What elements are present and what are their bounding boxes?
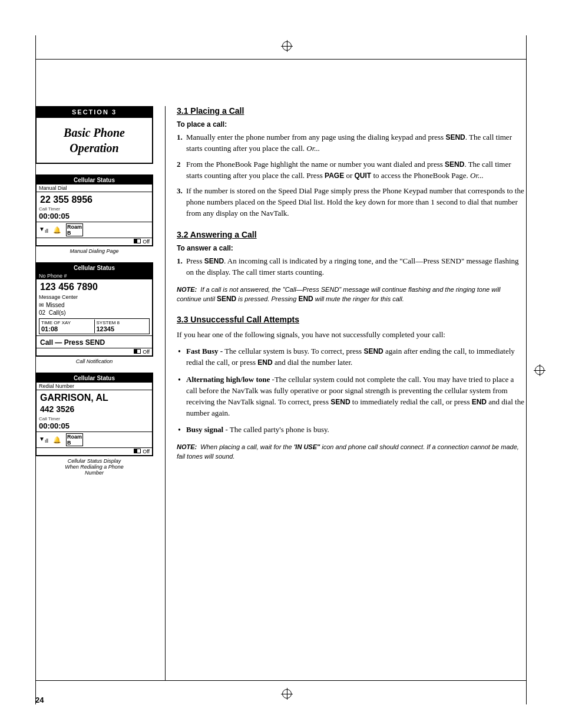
section-31-steps: 1. Manually enter the phone number from … [177,132,527,219]
manual-dial-header: Cellular Status [37,176,152,185]
section-33-intro: If you hear one of the following signals… [177,329,527,341]
bell-icon: 🔔 [53,226,61,234]
battery-icon-3 [134,449,141,453]
page-number: 24 [35,696,44,704]
missed-label: Missed [46,302,65,308]
redial-timer-label: Call Timer [37,416,152,421]
redial-sub-header: Redial Number [37,383,152,390]
redial-location: GARRISON, AL [37,390,152,404]
step-text-2-1: Press SEND. An incoming call is indicate… [186,256,519,276]
top-border [35,59,527,60]
call-notif-message-center: Message Center [37,294,152,301]
bell-icon-2: 🔔 [53,436,61,444]
call-notif-header: Cellular Status [37,263,152,272]
envelope-icon: ✉ [39,302,44,308]
step-1-3: 3. If the number is stored on the Speed … [177,186,527,219]
bullet-2: Alternating high/low tone -The cellular … [177,374,527,419]
step-num-1: 1. [177,132,183,143]
section-title-box: Basic Phone Operation [35,118,153,164]
step-num-2: 2 [177,159,181,170]
step-num-2-1: 1. [177,256,183,267]
off-label-2: Off [143,349,150,355]
redial-status-row: ▼ıll 🔔 RoamB [37,431,152,447]
section-32-note: NOTE: If a call is not answered, the "Ca… [177,285,527,304]
call-notif-missed-row: ✉ Missed [37,301,152,309]
time-label-cell: TIME OF XAY 01:08 [39,319,95,333]
call-press-label: Call — Press SEND [37,335,152,348]
step-text-3: If the number is stored on the Speed Dia… [186,186,524,218]
section-32-sub-heading: To answer a call: [177,244,527,252]
battery-icon-1 [134,239,141,243]
step-1-1: 1. Manually enter the phone number from … [177,132,527,154]
call-notif-off-row: Off [37,348,152,355]
note-label-2: NOTE: [177,443,197,450]
note-label-1: NOTE: [177,286,197,293]
call-notif-highlight: No Phone # [37,272,152,279]
time-value: 01:08 [41,325,92,332]
section-33-bullets: Fast Busy - The cellular system is busy.… [177,346,527,436]
call-notification-caption: Call Notification [35,358,153,364]
bullet-term-1: Fast Busy - [186,347,223,355]
section-32-heading: 3.2 Answering a Call [177,230,527,239]
bullet-term-3: Busy signal [186,425,223,434]
redial-caption-2: When Redialing a Phone [65,464,124,470]
section-32-steps: 1. Press SEND. An incoming call is indic… [177,256,527,278]
off-label-3: Off [143,449,150,454]
call-notif-time-row: TIME OF XAY 01:08 SYSTEM 8 12345 [39,318,150,334]
manual-dial-timer-value: 00:00:05 [37,212,152,222]
section-header: SECTION 3 [35,106,153,118]
section-33: 3.3 Unsuccessful Call Attempts If you he… [177,315,527,461]
redial-caption: Cellular Status Display When Redialing a… [35,458,153,476]
step-num-3: 3. [177,186,183,197]
signal-icon: ▼ıll [39,226,48,234]
system-label-cell: SYSTEM 8 12345 [95,319,150,333]
step-2-1: 1. Press SEND. An incoming call is indic… [177,256,527,278]
redial-display: Cellular Status Redial Number GARRISON, … [35,373,153,456]
left-column: SECTION 3 Basic Phone Operation Cellular… [35,106,153,476]
manual-dial-status-row: ▼ıll 🔔 RoamB [37,222,152,238]
section-31-sub-heading: To place a call: [177,120,527,129]
calls-label: Call(s) [49,309,66,316]
section-33-heading: 3.3 Unsuccessful Call Attempts [177,315,527,324]
manual-dial-sub-header: Manual Dial [37,185,152,192]
step-text-2: From the PhoneBook Page highlight the na… [186,160,511,180]
system-value: 12345 [97,325,148,332]
signal-icon-2: ▼ıll [39,436,48,444]
bullet-term-2: Alternating high/low tone [186,375,270,384]
section-31-heading: 3.1 Placing a Call [177,106,527,116]
bullet-3: Busy signal - The called party's phone i… [177,424,527,436]
time-label: TIME OF XAY [41,320,92,325]
roam-icon-2: RoamB [66,433,83,446]
redial-header: Cellular Status [37,374,152,383]
bottom-border [35,680,527,681]
roam-icon: RoamB [66,223,83,236]
manual-dial-display: Cellular Status Manual Dial 22 355 8956 … [35,174,153,246]
right-column: 3.1 Placing a Call To place a call: 1. M… [177,106,527,467]
call-notification-display: Cellular Status No Phone # 123 456 7890 … [35,262,153,357]
manual-dial-off-row: Off [37,238,152,245]
redial-number: 442 3526 [37,404,152,416]
step-text-1: Manually enter the phone number from any… [186,133,512,153]
redial-caption-3: Number [85,470,104,476]
bullet-1: Fast Busy - The cellular system is busy.… [177,346,527,368]
step-1-2: 2 From the PhoneBook Page highlight the … [177,159,527,182]
redial-timer-value: 00:00:05 [37,421,152,431]
section-title: Basic Phone Operation [42,125,146,156]
missed-count: 02 [39,309,45,316]
section-33-note: NOTE: When placing a call, wait for the … [177,443,527,461]
manual-dial-timer-label: Call Timer [37,206,152,212]
page: SECTION 3 Basic Phone Operation Cellular… [0,0,562,728]
battery-icon-2 [134,349,141,354]
section-32: 3.2 Answering a Call To answer a call: 1… [177,230,527,304]
call-notif-count: 02 Call(s) [37,309,152,317]
redial-caption-1: Cellular Status Display [68,458,121,464]
call-notif-number: 123 456 7890 [37,279,152,294]
manual-dial-number: 22 355 8956 [37,192,152,206]
off-label-1: Off [143,239,150,245]
center-divider [165,106,166,681]
redial-off-row: Off [37,447,152,455]
system-label: SYSTEM 8 [97,320,148,325]
manual-dial-caption: Manual Dialing Page [35,248,153,254]
